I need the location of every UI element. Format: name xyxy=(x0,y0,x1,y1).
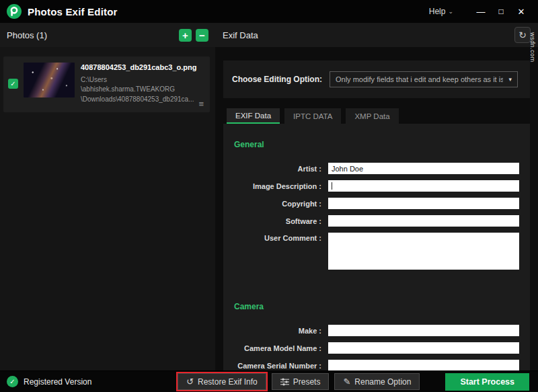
presets-label: Presets xyxy=(293,377,321,387)
camera-serial-number-input[interactable] xyxy=(328,360,519,370)
close-button[interactable]: ✕ xyxy=(511,7,531,17)
copyright-label: Copyright : xyxy=(229,200,328,208)
camera-model-name-input[interactable] xyxy=(328,342,519,354)
photos-count-label: Photos (1) xyxy=(7,30,47,40)
software-label: Software : xyxy=(229,217,328,225)
registered-check-icon: ✓ xyxy=(7,376,18,387)
photos-panel: Photos (1) + − ✓ 40878804253_db291cabc3_… xyxy=(0,23,215,370)
item-menu-icon[interactable]: ≡ xyxy=(198,99,204,109)
exif-panel-header: Exif Data ↻ xyxy=(215,23,538,47)
photo-info: 40878804253_db291cabc3_o.png C:\Users \a… xyxy=(81,63,196,104)
app-window: Photos Exif Editor Help ⌄ — □ ✕ Photos (… xyxy=(0,0,538,392)
photo-filename: 40878804253_db291cabc3_o.png xyxy=(81,63,196,73)
form-row-image-description: Image Description : xyxy=(229,180,519,192)
user-comment-input[interactable] xyxy=(328,233,519,270)
tab-iptc-data[interactable]: IPTC DATA xyxy=(284,108,341,124)
form-row-user-comment: User Comment : xyxy=(229,233,519,270)
pencil-icon: ✎ xyxy=(343,377,350,387)
chevron-down-icon: ⌄ xyxy=(448,8,453,15)
form-row-camera-model-name: Camera Model Name : xyxy=(229,342,519,354)
form-row-software: Software : xyxy=(229,215,519,227)
editing-option-row: Choose Editing Option: Only modify field… xyxy=(223,61,530,98)
editing-option-label: Choose Editing Option: xyxy=(232,75,322,84)
rename-option-button[interactable]: ✎ Rename Option xyxy=(334,373,420,390)
sliders-icon xyxy=(280,378,289,386)
form-section-general: GeneralArtist :Image Description :Copyri… xyxy=(229,140,519,270)
remove-photos-button[interactable]: − xyxy=(196,29,208,42)
section-title: General xyxy=(234,140,519,149)
minimize-button[interactable]: — xyxy=(471,7,491,17)
form-row-copyright: Copyright : xyxy=(229,198,519,209)
tab-exif-data[interactable]: EXIF Data xyxy=(227,108,280,124)
exif-panel: Exif Data ↻ Choose Editing Option: Only … xyxy=(215,23,538,370)
restore-exif-info-label: Restore Exif Info xyxy=(198,377,258,387)
software-input[interactable] xyxy=(328,215,519,227)
artist-input[interactable] xyxy=(328,163,519,174)
photo-checkbox[interactable]: ✓ xyxy=(8,79,18,89)
restore-exif-info-button[interactable]: ↺ Restore Exif Info xyxy=(178,373,266,390)
app-logo-icon xyxy=(7,4,22,19)
restore-icon: ↺ xyxy=(186,377,194,387)
dropdown-caret-icon: ▾ xyxy=(503,76,512,83)
refresh-icon[interactable]: ↻ xyxy=(514,27,531,43)
user-comment-label: User Comment : xyxy=(229,233,328,242)
photos-panel-header: Photos (1) + − xyxy=(0,23,215,47)
start-process-button[interactable]: Start Process xyxy=(445,373,529,391)
form-row-make: Make : xyxy=(229,325,519,336)
main-area: Photos (1) + − ✓ 40878804253_db291cabc3_… xyxy=(0,23,538,370)
tab-xmp-data[interactable]: XMP Data xyxy=(346,108,398,124)
rename-option-label: Rename Option xyxy=(354,377,411,387)
titlebar: Photos Exif Editor Help ⌄ — □ ✕ xyxy=(0,0,538,23)
form-row-artist: Artist : xyxy=(229,163,519,174)
maximize-button[interactable]: □ xyxy=(491,7,511,16)
editing-option-value: Only modify fields that i edit and keep … xyxy=(336,75,503,83)
artist-label: Artist : xyxy=(229,165,328,173)
camera-serial-number-label: Camera Serial Number : xyxy=(229,362,328,370)
tab-bar: EXIF Data IPTC DATA XMP Data xyxy=(227,108,530,124)
exif-data-title: Exif Data xyxy=(223,30,258,40)
photo-thumbnail xyxy=(24,63,75,97)
photo-path-line: \Downloads\40878804253_db291ca... xyxy=(81,95,196,105)
photo-path-line: C:\Users xyxy=(81,75,196,85)
image-description-input[interactable] xyxy=(328,180,519,192)
add-photos-button[interactable]: + xyxy=(179,29,192,42)
help-menu[interactable]: Help ⌄ xyxy=(429,7,453,16)
registered-version-label: Registered Version xyxy=(24,377,91,387)
bottom-bar: ✓ Registered Version ↺ Restore Exif Info xyxy=(0,370,538,392)
form-row-camera-serial-number: Camera Serial Number : xyxy=(229,360,519,370)
presets-button[interactable]: Presets xyxy=(272,373,330,390)
make-label: Make : xyxy=(229,327,328,335)
section-title: Camera xyxy=(234,302,519,311)
photo-path-line: \abhishek.sharma.TWEAKORG xyxy=(81,85,196,95)
watermark: wsdn.com xyxy=(529,32,536,63)
exif-form: GeneralArtist :Image Description :Copyri… xyxy=(223,124,530,370)
copyright-input[interactable] xyxy=(328,198,519,209)
editing-option-dropdown[interactable]: Only modify fields that i edit and keep … xyxy=(330,71,518,87)
make-input[interactable] xyxy=(328,325,519,336)
help-label: Help xyxy=(429,7,446,16)
app-title: Photos Exif Editor xyxy=(28,6,118,17)
form-section-camera: CameraMake :Camera Model Name :Camera Se… xyxy=(229,302,519,370)
image-description-label: Image Description : xyxy=(229,182,328,190)
camera-model-name-label: Camera Model Name : xyxy=(229,344,328,352)
action-buttons: ↺ Restore Exif Info Presets ✎ xyxy=(178,373,420,390)
photo-list-item[interactable]: ✓ 40878804253_db291cabc3_o.png C:\Users … xyxy=(3,56,210,112)
